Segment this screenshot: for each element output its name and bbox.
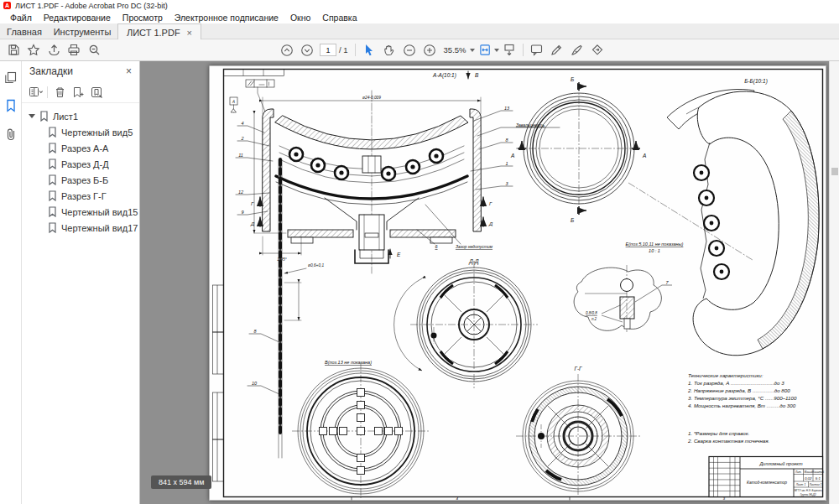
print-button[interactable]	[64, 41, 84, 60]
tech-requirements: Технические характеристики: 1. Ток разря…	[687, 372, 797, 444]
bookmark-options-button[interactable]	[27, 84, 44, 101]
navigation-rail	[0, 61, 22, 504]
bookmark-root-label: Лист1	[53, 112, 78, 122]
zoom-out-button[interactable]	[399, 41, 420, 60]
titleblock-project: Дипломный проект	[759, 461, 803, 466]
bookmarks-panel: Закладки × Лист1 Чертежный вид5	[22, 61, 140, 504]
bookmark-item[interactable]: Чертежный вид15	[22, 204, 139, 220]
save-button[interactable]	[3, 41, 23, 60]
main-toolbar: / 1 35.5%	[0, 39, 839, 61]
gap-note: Зазор недопустим	[456, 244, 493, 249]
bookmark-item[interactable]: Чертежный вид17	[22, 220, 139, 236]
bookmark-item[interactable]: Чертежный вид5	[22, 124, 139, 140]
bookmark-icon	[50, 223, 55, 232]
tech-line: 3. Температура эмиттера, °С ......900–11…	[688, 395, 797, 401]
callout-10: 10	[252, 381, 258, 386]
tab-tools[interactable]: Инструменты	[49, 23, 116, 39]
find-button[interactable]	[84, 41, 104, 60]
delete-bookmark-button[interactable]	[51, 84, 68, 101]
fill-sign-button[interactable]	[567, 41, 587, 60]
callout-6: 6	[435, 244, 438, 249]
menu-item-view[interactable]: Просмотр	[117, 13, 169, 23]
cathode-pin	[279, 159, 282, 458]
send-for-signature-button[interactable]	[587, 41, 607, 60]
zoom-level-dropdown[interactable]: 35.5%	[440, 45, 479, 55]
callout-9: 9	[241, 210, 243, 215]
page-count-label: / 1	[339, 45, 348, 55]
lit-label: Лит.	[795, 470, 801, 474]
star-icon	[29, 45, 39, 55]
view-e-scale: 10 : 1	[649, 248, 660, 253]
menu-item-help[interactable]: Справка	[316, 13, 362, 23]
fit-width-button[interactable]	[479, 41, 499, 60]
tech-footnote: 1. *Размеры для справок.	[688, 430, 749, 436]
new-bookmark-button[interactable]	[70, 84, 86, 101]
toolbar-divider	[355, 44, 356, 56]
menu-item-edit[interactable]: Редактирование	[38, 13, 117, 23]
expand-bookmark-button[interactable]	[88, 84, 105, 101]
tab-document[interactable]: ЛИСТ 1.PDF ×	[117, 23, 201, 40]
page-display-button[interactable]	[499, 41, 519, 60]
mass-value: 0,02	[805, 476, 812, 481]
callout-7: 7	[665, 280, 669, 285]
bookmark-root[interactable]: Лист1	[22, 108, 139, 124]
select-tool-button[interactable]	[359, 41, 379, 60]
hand-tool-button[interactable]	[379, 41, 399, 60]
page-number-input[interactable]	[320, 44, 336, 56]
bookmarks-toolbar	[22, 81, 139, 103]
tab-close-icon[interactable]: ×	[187, 29, 192, 37]
tech-line: 1. Ток разряда, А ......................…	[688, 380, 784, 386]
previous-page-button[interactable]	[277, 41, 297, 60]
callout-8: 8	[505, 138, 508, 143]
acrobat-window: A ЛИСТ 1.PDF - Adobe Acrobat Pro DC (32-…	[0, 0, 839, 504]
page-thumbnails-button[interactable]	[4, 71, 17, 87]
fit-width-icon	[480, 45, 488, 55]
star-button[interactable]	[23, 41, 44, 60]
page-scroll-icon	[505, 45, 513, 55]
comment-button[interactable]	[527, 41, 547, 60]
menu-item-window[interactable]: Окно	[284, 13, 316, 23]
caret-down-icon[interactable]	[29, 114, 35, 118]
select-cursor-icon	[366, 44, 373, 55]
view-bb: Б-Б(10:1)	[628, 78, 819, 356]
options-icon	[29, 88, 42, 96]
bookmark-item[interactable]: Разрез Г-Г	[22, 188, 139, 204]
share-button[interactable]	[44, 41, 64, 60]
search-icon	[90, 45, 99, 55]
panel-close-icon[interactable]: ×	[126, 65, 132, 77]
zoom-in-button[interactable]	[420, 41, 440, 60]
engineering-drawing: 4 3 А-А(10:1) В	[209, 65, 826, 501]
bookmark-item-label: Разрез Б-Б	[61, 175, 108, 185]
draw-button[interactable]	[547, 41, 567, 60]
bookmark-item[interactable]: Разрез А-А	[22, 140, 139, 156]
tolerance-frame	[230, 80, 274, 112]
view-aa-label: А-А(10:1)	[432, 72, 456, 79]
bookmark-item[interactable]: Разрез Д-Д	[22, 156, 139, 172]
next-page-button[interactable]	[297, 41, 317, 60]
view-gg: Г-Г	[516, 366, 640, 496]
vertical-scrollbar[interactable]	[829, 61, 839, 504]
menu-item-file[interactable]: Файл	[4, 13, 38, 23]
bookmark-icon	[50, 159, 55, 169]
datum-a-label: А	[232, 100, 235, 104]
title-bar: A ЛИСТ 1.PDF - Adobe Acrobat Pro DC (32-…	[0, 0, 839, 11]
menu-bar: Файл Редактирование Просмотр Электронное…	[0, 11, 839, 23]
tab-home[interactable]: Главная	[0, 23, 49, 39]
callout-1: 1	[505, 161, 508, 166]
toolbar-divider	[47, 86, 48, 98]
document-canvas[interactable]: 4 3 А-А(10:1) В	[140, 61, 829, 504]
bookmark-item-label: Разрез Д-Д	[61, 159, 109, 169]
view-aa: А-А(10:1) В ø24-0,009	[230, 71, 560, 458]
scrollbar-thumb[interactable]	[831, 168, 838, 175]
menu-item-esign[interactable]: Электронное подписание	[169, 13, 284, 23]
toolbar-divider	[523, 44, 524, 56]
bookmark-item[interactable]: Разрез Б-Б	[22, 172, 139, 188]
bookmarks-icon	[8, 101, 14, 112]
callout-3: 3	[505, 181, 508, 186]
bookmarks-panel-button[interactable]	[5, 99, 17, 116]
attachments-panel-button[interactable]	[5, 127, 17, 144]
bb-emitter-rings	[694, 165, 729, 279]
send-signature-icon	[592, 45, 602, 55]
dim-angle: 1,45°	[277, 257, 286, 262]
callout-2: 2	[240, 136, 243, 141]
